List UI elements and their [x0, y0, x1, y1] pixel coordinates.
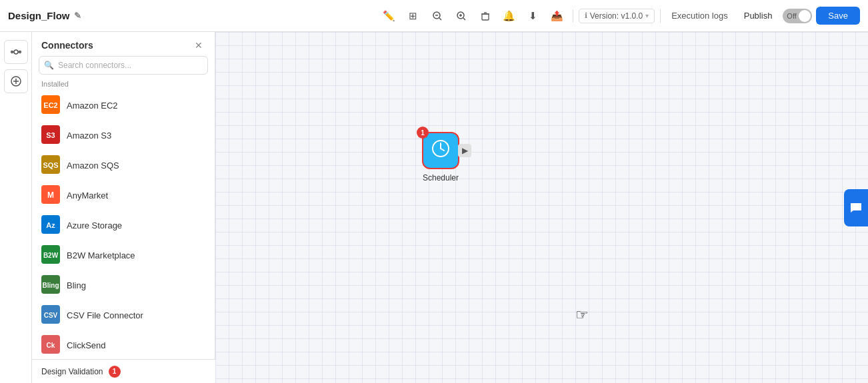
zoom-in-btn[interactable] — [451, 6, 471, 26]
svg-text:Az: Az — [46, 221, 55, 229]
connector-icon-0: EC2 — [41, 95, 60, 116]
validation-badge: 1 — [109, 366, 121, 378]
svg-line-6 — [463, 18, 465, 20]
title-text: Design_Flow — [8, 10, 70, 21]
node-box[interactable]: ▶ — [422, 132, 459, 169]
connector-name-4: Azure Storage — [67, 220, 122, 230]
connector-name-0: Amazon EC2 — [67, 101, 118, 111]
divider-1 — [573, 9, 573, 23]
share-btn[interactable]: 📤 — [547, 6, 567, 26]
svg-text:S3: S3 — [46, 131, 55, 139]
execution-logs-btn[interactable]: Execution logs — [666, 8, 733, 23]
connector-item[interactable]: S3 Amazon S3 — [32, 121, 215, 151]
bottom-validation-bar[interactable]: Design Validation 1 — [32, 359, 215, 383]
validation-label: Design Validation — [41, 367, 103, 376]
connector-icon-4: Az — [41, 215, 60, 236]
left-sidebar — [0, 32, 32, 383]
save-btn[interactable]: Save — [816, 7, 860, 25]
badge-count: 1 — [421, 129, 425, 137]
svg-text:EC2: EC2 — [43, 101, 57, 109]
connector-name-6: Bling — [67, 280, 86, 290]
connector-item[interactable]: SQS Amazon SQS — [32, 151, 215, 181]
connector-icon-2: SQS — [41, 155, 60, 176]
connectors-panel: Connectors ✕ 🔍 Installed EC2 Amazon EC2 … — [32, 32, 215, 383]
node-error-badge: 1 — [417, 127, 429, 139]
connector-item[interactable]: CSV CSV File Connector — [32, 300, 215, 330]
node-label: Scheduler — [423, 173, 459, 183]
connector-icon-7: CSV — [41, 305, 60, 326]
svg-line-37 — [441, 149, 444, 151]
connector-name-2: Amazon SQS — [67, 161, 119, 171]
search-input[interactable] — [39, 56, 208, 75]
toggle-knob — [799, 10, 811, 22]
download-btn[interactable]: ⬇ — [523, 6, 543, 26]
version-text: Version: v1.0.0 — [590, 11, 643, 21]
clock-icon — [431, 139, 451, 163]
feedback-btn[interactable] — [844, 189, 868, 226]
svg-line-2 — [439, 18, 441, 20]
svg-text:M: M — [47, 191, 54, 200]
installed-label: Installed — [32, 80, 215, 91]
close-panel-btn[interactable]: ✕ — [192, 39, 205, 52]
connector-item[interactable]: Az Azure Storage — [32, 210, 215, 240]
connector-name-1: Amazon S3 — [67, 131, 111, 141]
connector-name-7: CSV File Connector — [67, 310, 143, 320]
header-tools: ✏️ ⊞ 🔔 ⬇ 📤 ℹ Version: v1.0.0 ▾ Execution… — [379, 6, 860, 26]
validation-count: 1 — [113, 368, 117, 375]
svg-text:SQS: SQS — [43, 161, 58, 169]
version-badge[interactable]: ℹ Version: v1.0.0 ▾ — [579, 9, 655, 23]
svg-text:Bling: Bling — [43, 282, 59, 289]
connector-name-5: B2W Marketplace — [67, 250, 135, 260]
connector-item[interactable]: B2W B2W Marketplace — [32, 240, 215, 270]
connectors-list: EC2 Amazon EC2 S3 Amazon S3 SQS Amazon S… — [32, 91, 215, 383]
connector-icon-3: M — [41, 185, 60, 206]
search-box: 🔍 — [39, 56, 208, 75]
connectors-title: Connectors — [41, 40, 93, 51]
connector-icon-btn[interactable] — [4, 40, 28, 64]
main-layout: Connectors ✕ 🔍 Installed EC2 Amazon EC2 … — [0, 32, 868, 383]
toggle-label: Off — [787, 12, 796, 20]
edit-title-icon[interactable]: ✎ — [74, 11, 81, 21]
connector-item[interactable]: EC2 Amazon EC2 — [32, 91, 215, 121]
zoom-out-btn[interactable] — [427, 6, 447, 26]
connector-item[interactable]: Bling Bling — [32, 270, 215, 300]
connector-name-8: ClickSend — [67, 340, 106, 350]
pencil-tool-btn[interactable]: ✏️ — [379, 6, 399, 26]
connector-item[interactable]: M AnyMarket — [32, 181, 215, 210]
search-icon: 🔍 — [44, 61, 54, 70]
divider-2 — [660, 9, 661, 23]
svg-rect-7 — [482, 14, 489, 20]
svg-text:B2W: B2W — [43, 252, 59, 259]
grid-tool-btn[interactable]: ⊞ — [403, 6, 423, 26]
app-title: Design_Flow ✎ — [8, 10, 81, 21]
header: Design_Flow ✎ ✏️ ⊞ 🔔 ⬇ 📤 ℹ Version: v1.0… — [0, 0, 868, 32]
connector-name-3: AnyMarket — [67, 191, 108, 200]
svg-text:CSV: CSV — [44, 312, 58, 319]
node-expand-arrow[interactable]: ▶ — [458, 144, 471, 157]
connector-icon-6: Bling — [41, 275, 60, 296]
cursor-hand: ☞ — [575, 306, 589, 324]
svg-text:Ck: Ck — [47, 342, 55, 349]
toggle-wrap: Off — [783, 9, 812, 23]
connectors-header: Connectors ✕ — [32, 32, 215, 56]
scheduler-node[interactable]: 1 ▶ Scheduler — [422, 132, 459, 183]
publish-btn[interactable]: Publish — [737, 8, 779, 23]
bell-btn[interactable]: 🔔 — [499, 6, 519, 26]
canvas-area[interactable]: 1 ▶ Scheduler ☞ — [215, 32, 868, 383]
connector-icon-1: S3 — [41, 125, 60, 146]
active-toggle[interactable]: Off — [783, 9, 812, 23]
connector-icon-5: B2W — [41, 245, 60, 266]
connector-icon-8: Ck — [41, 335, 60, 356]
add-icon-btn[interactable] — [4, 69, 28, 93]
connector-item[interactable]: Ck ClickSend — [32, 330, 215, 360]
delete-btn[interactable] — [475, 6, 495, 26]
